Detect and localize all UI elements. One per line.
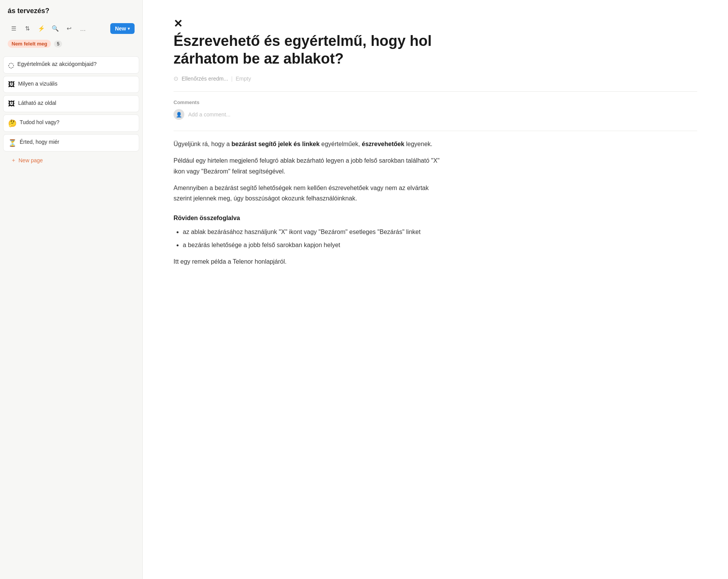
section-heading: Röviden összefoglalva xyxy=(174,213,443,223)
comment-placeholder[interactable]: Add a comment... xyxy=(188,111,231,118)
item-text: Milyen a vizuális xyxy=(18,80,57,88)
filter-count: 5 xyxy=(54,40,62,47)
list-item-content: 🤔 Tudod hol vagy? xyxy=(8,119,134,128)
list-item[interactable]: 🖼 Látható az oldal xyxy=(3,95,139,112)
bold-text-2: észrevehetőek xyxy=(362,141,404,147)
paragraph-1: Ügyeljünk rá, hogy a bezárást segítő jel… xyxy=(174,139,443,149)
bullet-list: az ablak bezárásához használjunk "X" iko… xyxy=(174,227,443,250)
new-button-label: New xyxy=(115,25,126,32)
paragraph-2: Például egy hirtelen megjelenő felugró a… xyxy=(174,155,443,176)
comments-label: Comments xyxy=(174,99,697,105)
divider xyxy=(174,91,697,92)
filter-icon[interactable]: ☰ xyxy=(8,23,19,34)
bold-text-1: bezárást segítő jelek és linkek xyxy=(231,141,320,147)
avatar: 👤 xyxy=(174,109,184,120)
chevron-down-icon: ▾ xyxy=(128,26,130,31)
item-text: Látható az oldal xyxy=(18,99,56,107)
meta-check-label[interactable]: Ellenőrzés eredm... xyxy=(182,76,228,82)
paragraph-4: Itt egy remek példa a Telenor honlapjáró… xyxy=(174,256,443,267)
more-icon[interactable]: … xyxy=(77,23,89,34)
filter-tag[interactable]: Nem felelt meg xyxy=(8,40,51,48)
new-page-label: New page xyxy=(19,157,43,163)
bullet-item-2: a bezárás lehetősége a jobb felső sarokb… xyxy=(183,240,443,250)
main-content: ✕ Észrevehető és egyértelmű, hogy hol zá… xyxy=(143,0,728,579)
item-text: Tudod hol vagy? xyxy=(20,119,59,126)
item-icon: 🖼 xyxy=(8,100,15,108)
bolt-icon[interactable]: ⚡ xyxy=(35,23,47,34)
meta-separator: | xyxy=(231,76,233,82)
list-item-content: ◌ Egyértelműek az akciógombjaid? xyxy=(8,61,134,69)
paragraph-3: Amennyiben a bezárást segítő lehetőségek… xyxy=(174,183,443,204)
sidebar: ás tervezés? ☰ ⇅ ⚡ 🔍 ↩ … New ▾ Nem felel… xyxy=(0,0,143,579)
item-icon: ◌ xyxy=(8,61,14,69)
page-title: Észrevehető és egyértelmű, hogy hol zárh… xyxy=(174,32,443,67)
sidebar-title: ás tervezés? xyxy=(6,7,136,20)
list-item-content: 🖼 Milyen a vizuális xyxy=(8,80,134,89)
new-page-button[interactable]: ＋ New page xyxy=(6,154,136,167)
sort-icon[interactable]: ⇅ xyxy=(22,23,33,34)
divider-2 xyxy=(174,131,697,131)
comment-input-row: 👤 Add a comment... xyxy=(174,109,697,120)
check-icon: ⊙ xyxy=(174,75,179,82)
item-icon: 🖼 xyxy=(8,81,15,89)
item-icon: 🤔 xyxy=(8,119,17,128)
meta-row: ⊙ Ellenőrzés eredm... | Empty xyxy=(174,75,697,82)
meta-check-value: Empty xyxy=(236,76,251,82)
sidebar-header: ás tervezés? ☰ ⇅ ⚡ 🔍 ↩ … New ▾ Nem felel… xyxy=(0,0,142,55)
item-icon: ⏳ xyxy=(8,139,17,147)
new-button[interactable]: New ▾ xyxy=(110,23,135,34)
list-item-content: ⏳ Érted, hogy miér xyxy=(8,138,134,147)
page-icon: ✕ xyxy=(174,19,697,29)
bullet-item-1: az ablak bezárásához használjunk "X" iko… xyxy=(183,227,443,237)
comments-section: Comments 👤 Add a comment... xyxy=(174,99,697,120)
filter-bar: Nem felelt meg 5 xyxy=(6,37,136,51)
list-item[interactable]: 🖼 Milyen a vizuális xyxy=(3,76,139,93)
list-item[interactable]: ◌ Egyértelműek az akciógombjaid? xyxy=(3,56,139,74)
plus-icon: ＋ xyxy=(11,157,16,164)
list-item[interactable]: 🤔 Tudod hol vagy? xyxy=(3,114,139,132)
search-icon[interactable]: 🔍 xyxy=(49,23,61,34)
list-item-content: 🖼 Látható az oldal xyxy=(8,99,134,108)
content-body: Ügyeljünk rá, hogy a bezárást segítő jel… xyxy=(174,139,443,267)
list-item[interactable]: ⏳ Érted, hogy miér xyxy=(3,134,139,151)
toolbar: ☰ ⇅ ⚡ 🔍 ↩ … New ▾ xyxy=(6,20,136,37)
item-text: Egyértelműek az akciógombjaid? xyxy=(17,61,96,68)
undo-icon[interactable]: ↩ xyxy=(63,23,75,34)
sidebar-list: ◌ Egyértelműek az akciógombjaid? 🖼 Milye… xyxy=(0,55,142,579)
item-text: Érted, hogy miér xyxy=(20,138,59,146)
